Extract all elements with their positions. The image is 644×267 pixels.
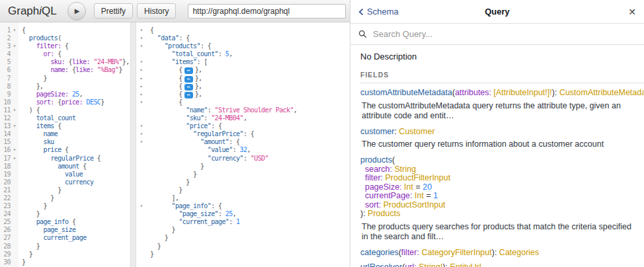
fold-toggle-icon[interactable]: ▾ xyxy=(11,146,19,154)
code-token-string: "24-MB04" xyxy=(211,114,243,122)
query-code-line: page_size xyxy=(22,226,130,234)
fold-toggle-icon[interactable]: ▾ xyxy=(136,58,147,66)
gutter-row: 8 xyxy=(0,83,19,91)
line-number: 8 xyxy=(0,83,11,91)
fold-expand-widget[interactable]: ↔ xyxy=(184,84,193,91)
code-token-property: products xyxy=(29,34,58,42)
code-token-property: current_page xyxy=(44,234,87,241)
code-token-punctuation: } xyxy=(150,243,161,250)
line-number: 25 xyxy=(0,218,11,226)
fold-toggle-icon[interactable]: ▾ xyxy=(136,34,147,42)
fold-toggle-icon[interactable]: ▾ xyxy=(11,26,19,34)
doc-default-value: 20 xyxy=(423,182,432,192)
fold-toggle-icon[interactable]: ▸ xyxy=(136,66,147,74)
code-token-punctuation: { xyxy=(61,42,69,50)
code-token-punctuation: : [ xyxy=(196,58,207,65)
fold-toggle-icon[interactable]: ▸ xyxy=(136,75,147,83)
query-code-line: { xyxy=(22,26,130,34)
line-number: 28 xyxy=(0,243,11,250)
fold-toggle-icon[interactable]: ▸ xyxy=(136,83,147,91)
query-code-line: } xyxy=(22,202,130,210)
line-number: 22 xyxy=(0,194,11,202)
doc-field-name[interactable]: categories xyxy=(360,248,399,257)
gutter-row: 12 xyxy=(0,114,19,122)
doc-type-name[interactable]: String! xyxy=(419,262,442,267)
logo-text: QL xyxy=(42,5,57,17)
query-code-line: currency xyxy=(22,178,130,186)
code-token-property: "products" xyxy=(165,42,200,50)
gutter-row: 6 xyxy=(0,66,19,74)
query-code-line: name xyxy=(22,130,130,138)
prettify-button[interactable]: Prettify xyxy=(94,3,133,19)
fold-toggle-icon[interactable]: ▸ xyxy=(136,91,147,98)
fold-expand-widget[interactable]: ↔ xyxy=(184,76,193,83)
query-code-line: }, xyxy=(22,83,130,91)
doc-field-description: The customAttributeMetadata query return… xyxy=(362,101,634,121)
code-token-punctuation: : { xyxy=(211,122,221,130)
fold-toggle-icon[interactable]: ▾ xyxy=(11,106,19,114)
code-token-property: "regularPrice" xyxy=(193,130,243,137)
fold-toggle-icon[interactable]: ▾ xyxy=(136,42,147,50)
query-code-area[interactable]: { products( filter: { or: { sku: {like: … xyxy=(19,22,130,267)
doc-type-name[interactable]: Categories xyxy=(499,248,539,257)
doc-field-name[interactable]: customer xyxy=(360,127,394,136)
code-token-punctuation: : xyxy=(204,114,211,122)
editor-section: GraphiQL ▶ Prettify History 1▾23▾4567891… xyxy=(0,0,350,267)
result-code-area: { "data": { "products": { "total_count":… xyxy=(147,22,350,267)
doc-field-signature-line: search: String xyxy=(360,165,634,174)
result-code-line: "current_page": 1 xyxy=(150,218,350,226)
execute-query-button[interactable]: ▶ xyxy=(67,2,86,20)
pane-divider[interactable] xyxy=(130,22,136,267)
doc-type-name[interactable]: CustomAttributeMetadata xyxy=(559,88,644,97)
line-number: 3 xyxy=(0,42,11,50)
code-token-punctuation xyxy=(22,42,36,50)
fold-toggle-icon[interactable]: ▾ xyxy=(136,26,147,34)
doc-type-name[interactable]: String xyxy=(394,165,416,174)
code-token-punctuation: { xyxy=(54,122,61,130)
doc-type-name[interactable]: ProductFilterInput xyxy=(385,173,451,182)
query-editor[interactable]: 1▾23▾4567891011▾1213▾141516▾17▾181920212… xyxy=(0,22,130,267)
code-token-punctuation xyxy=(150,50,172,57)
doc-type-name[interactable]: ProductSortInput xyxy=(383,200,446,210)
doc-type-name[interactable]: Customer xyxy=(399,127,434,136)
fold-toggle-icon[interactable]: ▾ xyxy=(136,202,147,210)
gutter-row: 20 xyxy=(0,178,19,186)
result-code-line: "price": { xyxy=(150,122,350,130)
doc-type-name[interactable]: CategoryFilterInput xyxy=(421,248,491,257)
chevron-left-icon xyxy=(358,8,364,16)
doc-type-name[interactable]: EntityUrl xyxy=(450,262,481,267)
doc-field-name[interactable]: urlResolver xyxy=(360,262,402,267)
code-token-punctuation: ( xyxy=(58,34,61,42)
fold-toggle-icon[interactable]: ▾ xyxy=(136,122,147,130)
code-token-punctuation xyxy=(150,114,186,122)
fold-toggle-icon[interactable]: ▾ xyxy=(136,130,147,138)
history-button[interactable]: History xyxy=(137,3,176,19)
code-token-property: ): xyxy=(360,209,368,218)
fold-toggle-icon[interactable]: ▾ xyxy=(136,98,147,106)
fold-expand-widget[interactable]: ↔ xyxy=(184,67,193,74)
doc-field-name[interactable]: products xyxy=(360,155,392,165)
doc-type-name[interactable]: Int xyxy=(415,191,424,200)
doc-search-input[interactable] xyxy=(372,28,636,40)
doc-close-button[interactable]: ✕ xyxy=(628,7,636,17)
fields-section-label: FIELDS xyxy=(360,71,644,83)
code-token-string: "24-MB%" xyxy=(93,58,122,65)
doc-type-name[interactable]: Products xyxy=(368,209,400,218)
endpoint-url-input[interactable] xyxy=(188,4,346,19)
fold-toggle-icon[interactable]: ▾ xyxy=(11,42,19,50)
fold-expand-widget[interactable]: ↔ xyxy=(184,92,193,98)
fold-toggle-icon[interactable]: ▾ xyxy=(136,138,147,146)
doc-type-name[interactable]: [AttributeInput!]! xyxy=(494,88,552,97)
code-token-punctuation: { xyxy=(150,75,182,82)
line-number: 7 xyxy=(0,75,11,83)
doc-back-link[interactable]: Schema xyxy=(358,7,399,17)
line-number: 20 xyxy=(0,178,11,186)
query-code-line: price { xyxy=(22,146,130,154)
doc-type-name[interactable]: Int xyxy=(404,182,413,192)
fold-toggle-icon[interactable]: ▾ xyxy=(11,155,19,163)
code-token-property xyxy=(360,165,365,174)
doc-field-name[interactable]: customAttributeMetadata xyxy=(360,88,452,97)
fold-toggle-icon[interactable]: ▾ xyxy=(11,122,19,130)
code-token-punctuation: : xyxy=(233,146,240,153)
code-token-punctuation xyxy=(150,34,157,42)
